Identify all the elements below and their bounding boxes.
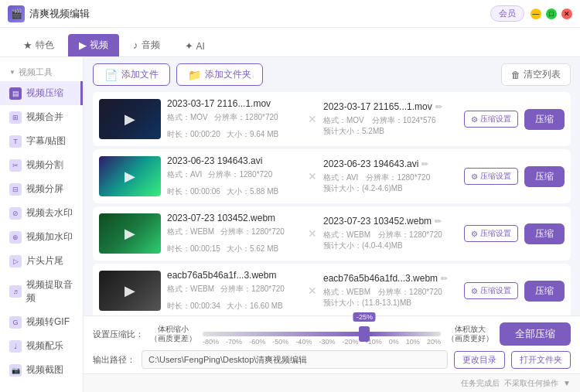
file-meta-input: 格式：WEBM 分辨率：1280*720 时长：00:00:34 大小：16.6… (167, 284, 302, 312)
screenshot-icon: 📷 (9, 364, 22, 377)
compress-all-button[interactable]: 全部压缩 (500, 322, 571, 346)
merge-icon: ⊞ (9, 111, 22, 124)
file-name-output: 2023-03-17 21165...1.mov ✏ (323, 101, 458, 112)
video-icon: ▶ (79, 39, 87, 51)
file-thumbnail: ▶ (99, 213, 161, 254)
add-folder-icon: 📁 (188, 69, 201, 81)
add-file-icon: 📄 (104, 69, 118, 81)
compress-button[interactable]: 压缩 (524, 281, 565, 302)
open-folder-button[interactable]: 打开文件夹 (511, 351, 571, 369)
file-info-right: 2023-07-23 103452.webm ✏ 格式：WEBM 分辨率：128… (323, 216, 458, 251)
file-info-right: 2023-03-17 21165...1.mov ✏ 格式：MOV 分辨率：10… (323, 101, 458, 137)
compress-settings-button[interactable]: ⚙ 压缩设置 (464, 282, 518, 299)
sidebar-item-extract-audio[interactable]: ♬ 视频提取音频 (0, 273, 83, 310)
duration-in: 时长：00:00:34 (167, 301, 220, 312)
compress-settings-button[interactable]: ⚙ 压缩设置 (464, 168, 518, 185)
duration-in: 时长：00:00:15 (167, 244, 220, 254)
slider-row-inner: 体积缩小 （画质更差） -80% -70% -60% -50% -40% (150, 322, 493, 346)
sidebar-item-merge[interactable]: ⊞ 视频合并 (0, 105, 83, 129)
tab-video[interactable]: ▶ 视频 (68, 34, 119, 56)
compress-settings-button[interactable]: ⚙ 压缩设置 (464, 111, 518, 128)
sidebar-item-subtitle-label: 字幕/贴图 (26, 135, 66, 148)
add-file-label: 添加文件 (121, 68, 159, 81)
content-area: 📄 添加文件 📁 添加文件夹 🗑 清空列表 ▶ 2023-03-17 2116.… (84, 57, 580, 392)
change-directory-button[interactable]: 更改目录 (454, 351, 505, 369)
sidebar-item-watermark-add[interactable]: ⊕ 视频加水印 (0, 225, 83, 249)
edit-icon[interactable]: ✏ (441, 274, 448, 284)
file-info-left: 2023-03-17 2116...1.mov 格式：MOV 分辨率：1280*… (167, 98, 302, 140)
compress-icon: ▤ (9, 87, 22, 100)
file-info-right: eacb76a5b46a1fd...3.webm ✏ 格式：WEBM 分辨率：1… (323, 273, 458, 308)
sidebar-item-screenshot[interactable]: 📷 视频截图 (0, 358, 83, 382)
user-button[interactable]: 会员 (490, 5, 524, 22)
edit-icon[interactable]: ✏ (421, 159, 428, 169)
tab-audio[interactable]: ♪ 音频 (122, 34, 171, 56)
play-icon: ▶ (125, 225, 135, 242)
sidebar-item-compress-label: 视频压缩 (26, 87, 63, 100)
close-button[interactable]: ✕ (561, 9, 572, 19)
dropdown-icon[interactable]: ▼ (563, 379, 571, 387)
slider-track[interactable] (203, 332, 441, 336)
clear-list-button[interactable]: 🗑 清空列表 (501, 63, 571, 86)
resolution-in: 分辨率：1280*720 (214, 112, 278, 123)
tab-feature[interactable]: ★ 特色 (12, 34, 65, 56)
minimize-button[interactable]: — (531, 9, 541, 19)
sidebar-item-accompany[interactable]: ♩ 视频配乐 (0, 334, 83, 358)
logo-icon: 🎬 (8, 5, 25, 22)
settings-icon: ⚙ (471, 287, 478, 295)
divider-icon: ✕ (308, 227, 317, 240)
sidebar-item-to-gif[interactable]: G 视频转GIF (0, 310, 83, 334)
compress-button[interactable]: 压缩 (524, 109, 565, 130)
feature-icon: ★ (23, 39, 32, 51)
audio-icon: ♪ (133, 39, 138, 51)
sidebar-item-accompany-label: 视频配乐 (26, 339, 63, 353)
file-thumbnail: ▶ (99, 271, 161, 311)
sidebar-item-watermark-add-label: 视频加水印 (26, 230, 73, 244)
format-in: 格式：WEBM (167, 227, 214, 237)
file-info-right: 2023-06-23 194643.avi ✏ 格式：AVI 分辨率：1280*… (323, 159, 458, 194)
extract-audio-icon: ♬ (9, 285, 22, 298)
maximize-button[interactable]: □ (546, 9, 557, 19)
add-file-button[interactable]: 📄 添加文件 (93, 63, 170, 86)
compress-settings-button[interactable]: ⚙ 压缩设置 (464, 225, 518, 242)
play-icon: ▶ (125, 111, 135, 128)
app-title: 清爽视频编辑 (29, 7, 90, 21)
slider-wrapper[interactable]: -80% -70% -60% -50% -40% -30% -20% -10% … (203, 322, 441, 346)
sidebar-section-title: 视频工具 (0, 63, 83, 81)
clear-list-label: 清空列表 (524, 68, 561, 81)
window-controls: — □ ✕ (531, 9, 572, 19)
sidebar-item-subtitle[interactable]: T 字幕/贴图 (0, 129, 83, 153)
file-name-output: 2023-06-23 194643.avi ✏ (323, 159, 458, 169)
edit-icon[interactable]: ✏ (435, 102, 442, 112)
compress-button[interactable]: 压缩 (524, 166, 565, 187)
compress-button[interactable]: 压缩 (524, 223, 565, 244)
slider-tick-labels: -80% -70% -60% -50% -40% -30% -20% -10% … (203, 338, 441, 346)
output-row: 输出路径： 更改目录 打开文件夹 (93, 350, 571, 369)
file-meta-output: 格式：WEBM 分辨率：1280*720 预计大小：(11.8-13.1)MB (323, 287, 458, 308)
sidebar-item-watermark-remove[interactable]: ⊘ 视频去水印 (0, 201, 83, 225)
tab-video-label: 视频 (90, 39, 108, 52)
file-name-output: 2023-07-23 103452.webm ✏ (323, 216, 458, 227)
tab-audio-label: 音频 (142, 39, 160, 52)
file-name-input: 2023-03-17 2116...1.mov (167, 98, 302, 109)
settings-icon: ⚙ (471, 230, 478, 238)
play-icon: ▶ (125, 168, 135, 185)
file-name-input: eacb76a5b46a1f...3.webm (167, 270, 302, 281)
sidebar-item-compress[interactable]: ▤ 视频压缩 (0, 81, 83, 105)
divider-icon: ✕ (308, 285, 317, 297)
sidebar-item-merge-label: 视频合并 (26, 111, 63, 124)
edit-icon[interactable]: ✏ (435, 216, 442, 227)
sidebar-item-split[interactable]: ✂ 视频分割 (0, 153, 83, 177)
format-in: 格式：WEBM (167, 284, 214, 295)
left-size-label: 体积缩小 （画质更差） (150, 325, 196, 343)
sidebar-item-multiscreen[interactable]: ⊟ 视频分屏 (0, 177, 83, 201)
sidebar-item-intro-outro[interactable]: ▷ 片头片尾 (0, 249, 83, 273)
subtitle-icon: T (9, 135, 22, 148)
output-path-input[interactable] (142, 350, 448, 369)
tab-ai[interactable]: ✦ AI (174, 36, 216, 56)
sidebar-item-split-label: 视频分割 (26, 159, 63, 172)
file-meta-input: 格式：MOV 分辨率：1280*720 时长：00:00:20 大小：9.64 … (167, 112, 302, 140)
file-thumbnail: ▶ (99, 156, 161, 196)
divider-icon: ✕ (308, 170, 317, 182)
add-folder-button[interactable]: 📁 添加文件夹 (176, 63, 263, 86)
